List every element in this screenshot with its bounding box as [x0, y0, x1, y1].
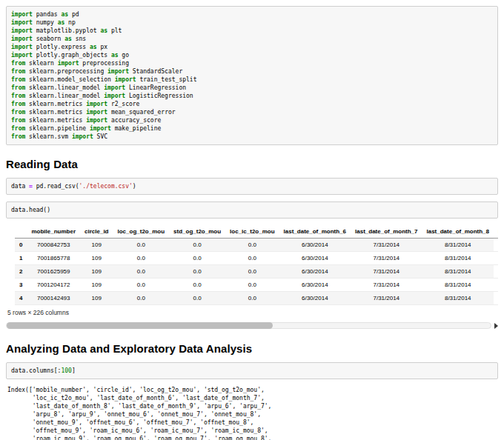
horizontal-scrollbar[interactable]	[6, 321, 498, 330]
table-cell: 0.0	[169, 239, 225, 252]
code-line: data.columns[:100]	[11, 367, 493, 375]
code-line: import plotly.express as px	[11, 43, 493, 51]
row-index: 3	[15, 279, 27, 292]
column-header: std_og_t2o_mou	[169, 225, 225, 239]
column-header: last_date_of_month_7	[351, 225, 422, 239]
dataframe-output: mobile_numbercircle_idloc_og_t2o_moustd_…	[15, 225, 498, 305]
table-cell: 0.0	[113, 279, 170, 292]
table-cell: 7/31/2014	[351, 279, 422, 292]
table-cell: 8/31/2014	[422, 239, 494, 252]
heading-analyzing-data: Analyzing Data and Exploratory Data Anal…	[6, 342, 498, 355]
table-cell: 0.0	[225, 292, 279, 305]
table-row: 070008427531090.00.00.06/30/20147/31/201…	[15, 239, 498, 252]
column-header: loc_og_t2o_mou	[113, 225, 170, 239]
notebook: import pandas as pdimport numpy as npimp…	[0, 0, 504, 440]
row-index: 0	[15, 239, 27, 252]
table-cell: 7001625959	[27, 265, 80, 279]
table-cell: 109	[80, 239, 113, 252]
table-cell: 6/30/2014	[279, 252, 351, 265]
table-row: 370012041721090.00.00.06/30/20147/31/201…	[15, 279, 498, 292]
code-line: from sklearn import preprocessing	[11, 59, 493, 67]
table-header-row: mobile_numbercircle_idloc_og_t2o_moustd_…	[15, 225, 498, 239]
scrollbar-thumb[interactable]	[7, 322, 273, 329]
table-cell: 7/31/2014	[351, 292, 422, 305]
table-cell: 7/31/2014	[351, 265, 422, 279]
code-cell-data-head[interactable]: data.head()	[6, 201, 498, 219]
code-read-csv: data = pd.read_csv('./telecom.csv')	[11, 182, 493, 190]
table-cell: 6/30/2014	[279, 279, 351, 292]
dataframe-summary: 5 rows × 226 columns	[7, 309, 498, 316]
table-cell: 7/31/2014	[351, 239, 422, 252]
table-cell: 0.0	[169, 265, 225, 279]
code-line: from sklearn.linear_model import Logisti…	[11, 92, 493, 100]
dataframe-table: mobile_numbercircle_idloc_og_t2o_moustd_…	[15, 225, 498, 305]
column-header: last_date_of_month_9	[494, 225, 498, 239]
output-index-text: Index(['mobile_number', 'circle_id', 'lo…	[7, 386, 498, 440]
code-line: from sklearn.pipeline import make_pipeli…	[11, 124, 493, 133]
table-cell: 0.0	[169, 279, 225, 292]
code-imports: import pandas as pdimport numpy as npimp…	[11, 10, 493, 141]
table-cell: 8/31/2014	[422, 252, 494, 265]
code-line: from sklearn.metrics import mean_squared…	[11, 108, 493, 116]
row-index: 4	[15, 292, 27, 305]
table-cell: 0.0	[225, 265, 279, 279]
column-header	[15, 225, 27, 239]
row-index: 1	[15, 252, 27, 265]
table-cell: 109	[80, 279, 113, 292]
table-row: 170018657781090.00.00.06/30/20147/31/201…	[15, 252, 498, 265]
table-cell: 6/30/2014	[279, 292, 351, 305]
code-line: from sklearn.metrics import r2_score	[11, 100, 493, 108]
code-line: from sklearn.linear_model import LinearR…	[11, 84, 493, 92]
column-header: circle_id	[80, 225, 113, 239]
table-cell: 0.0	[113, 265, 170, 279]
code-line: from sklearn.svm import SVC	[11, 133, 493, 141]
code-data-head: data.head()	[11, 206, 493, 214]
table-cell: 0.0	[113, 252, 170, 265]
heading-reading-data: Reading Data	[6, 158, 498, 170]
table-cell: 6/30/2014	[279, 265, 351, 279]
table-cell: 0.0	[169, 292, 225, 305]
table-cell: 0.0	[225, 279, 279, 292]
table-row: 270016259591090.00.00.06/30/20147/31/201…	[15, 265, 498, 279]
code-line: import pandas as pd	[11, 10, 493, 19]
code-line: from sklearn.model_selection import trai…	[11, 76, 493, 84]
table-cell: 0.0	[225, 239, 279, 252]
row-index: 2	[15, 265, 27, 279]
code-line: import numpy as np	[11, 19, 493, 27]
table-cell: 109	[80, 292, 113, 305]
code-line: import matplotlib.pyplot as plt	[11, 27, 493, 35]
table-cell: 109	[80, 265, 113, 279]
code-line: from sklearn.preprocessing import Standa…	[11, 67, 493, 76]
scrollbar-track[interactable]	[6, 322, 491, 329]
code-line: data = pd.read_csv('./telecom.csv')	[11, 182, 493, 190]
column-header: last_date_of_month_8	[422, 225, 494, 239]
column-header: loc_ic_t2o_mou	[225, 225, 279, 239]
scrollbar-right-arrow-icon[interactable]	[494, 323, 498, 329]
table-cell: 0.0	[225, 252, 279, 265]
table-cell: 7000842753	[27, 239, 80, 252]
code-cell-data-columns[interactable]: data.columns[:100]	[6, 362, 498, 379]
table-cell: 8/31/2014	[422, 279, 494, 292]
table-cell: 0.0	[169, 252, 225, 265]
table-cell: 7000142493	[27, 292, 80, 305]
code-line: from sklearn.metrics import accuracy_sco…	[11, 116, 493, 124]
table-cell: 7001865778	[27, 252, 80, 265]
column-header: last_date_of_month_6	[279, 225, 351, 239]
table-cell: 0.0	[113, 292, 170, 305]
code-data-columns: data.columns[:100]	[11, 367, 493, 375]
code-cell-imports[interactable]: import pandas as pdimport numpy as npimp…	[6, 6, 498, 145]
column-header: mobile_number	[27, 225, 80, 239]
table-cell: 8/31/2014	[422, 292, 494, 305]
table-cell: 6/30/2014	[279, 239, 351, 252]
table-cell: 0.0	[113, 239, 170, 252]
table-row: 470001424931090.00.00.06/30/20147/31/201…	[15, 292, 498, 305]
table-cell: 7/31/2014	[351, 252, 422, 265]
code-line: data.head()	[11, 206, 493, 214]
table-cell: 7001204172	[27, 279, 80, 292]
code-line: import plotly.graph_objects as go	[11, 51, 493, 59]
table-cell: 8/31/2014	[422, 265, 494, 279]
code-line: import seaborn as sns	[11, 35, 493, 43]
table-cell: 109	[80, 252, 113, 265]
code-cell-read-csv[interactable]: data = pd.read_csv('./telecom.csv')	[6, 178, 498, 195]
